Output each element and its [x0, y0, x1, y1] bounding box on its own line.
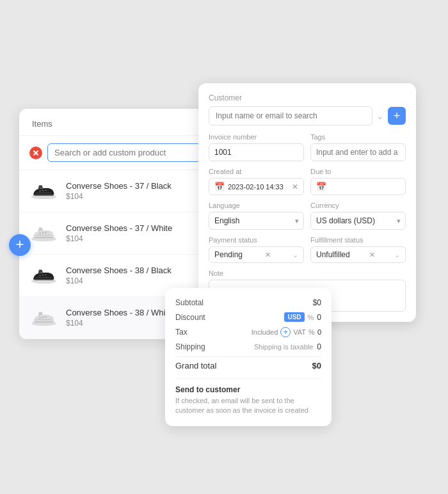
currency-select-wrap: US dollars (USD): [310, 212, 406, 230]
invoice-card: Customer ⌄ + Invoice number Tags Created…: [198, 83, 416, 322]
clear-fulfillment-status-button[interactable]: ✕: [369, 251, 375, 259]
product-image: [29, 303, 58, 332]
subtotal-label: Subtotal: [175, 298, 204, 307]
usd-badge[interactable]: USD: [284, 312, 304, 322]
send-title: Send to customer: [175, 385, 321, 394]
subtotal-row: Subtotal $0: [175, 298, 321, 307]
invoice-number-input[interactable]: [209, 143, 304, 161]
send-desc: If checked, an email will be sent to the…: [175, 396, 321, 416]
shipping-label: Shipping: [175, 342, 205, 351]
add-product-button[interactable]: +: [9, 234, 31, 256]
customer-search-input[interactable]: [209, 106, 372, 125]
svg-point-9: [39, 275, 40, 276]
remove-search-button[interactable]: [29, 147, 42, 159]
shipping-row: Shipping Shipping is taxable 0: [175, 342, 321, 351]
language-field: Language English: [209, 202, 304, 230]
payment-status-chevron: ⌄: [292, 251, 298, 259]
add-customer-button[interactable]: +: [388, 107, 406, 125]
tags-field: Tags: [310, 133, 406, 161]
shipping-value: 0: [317, 342, 321, 351]
discount-row: Discount USD % 0: [175, 312, 321, 322]
due-to-input-wrap[interactable]: 📅: [310, 178, 406, 195]
discount-value: 0: [317, 313, 321, 322]
language-select-wrap: English: [209, 212, 304, 230]
add-tax-button[interactable]: +: [280, 327, 291, 337]
tax-vat-text: VAT: [293, 328, 306, 336]
discount-label: Discount: [175, 313, 205, 322]
note-label: Note: [209, 269, 406, 277]
created-at-label: Created at: [209, 168, 304, 175]
grand-total-value: $0: [312, 361, 321, 371]
svg-point-6: [42, 232, 44, 234]
customer-label: Customer: [209, 93, 406, 102]
product-image: [29, 177, 58, 205]
fulfillment-status-label: Fulfillment status: [310, 236, 406, 244]
dates-row: Created at 📅 ✕ Due to 📅: [209, 168, 406, 195]
plus-icon: +: [16, 237, 24, 251]
due-to-field: Due to 📅: [310, 168, 406, 195]
product-image: [29, 261, 58, 290]
due-to-label: Due to: [310, 168, 406, 175]
fulfillment-status-chevron: ⌄: [394, 251, 400, 259]
payment-status-value: Pending: [214, 250, 243, 259]
currency-label: Currency: [310, 202, 406, 209]
svg-point-5: [39, 232, 40, 234]
payment-status-field: Payment status Pending ✕ ⌄: [209, 236, 304, 263]
svg-point-10: [42, 275, 44, 276]
svg-point-1: [39, 190, 40, 191]
calendar-icon: 📅: [214, 182, 225, 191]
fulfillment-status-field: Fulfillment status Unfulfilled ✕ ⌄: [310, 236, 406, 263]
product-search-input[interactable]: [47, 143, 201, 162]
svg-point-3: [45, 189, 46, 191]
tax-label: Tax: [175, 328, 188, 337]
created-at-input[interactable]: [228, 183, 289, 191]
svg-point-11: [45, 274, 46, 275]
discount-controls: USD % 0: [284, 312, 321, 322]
tax-included-text: Included: [252, 328, 278, 336]
shipping-controls: Shipping is taxable 0: [254, 342, 321, 351]
chevron-icon: ⌄: [376, 111, 384, 121]
totals-card: Subtotal $0 Discount USD % 0 Tax Include…: [165, 288, 332, 426]
tax-pct-text: %: [308, 328, 315, 336]
svg-point-2: [42, 190, 44, 191]
tags-input[interactable]: [310, 143, 406, 161]
currency-select[interactable]: US dollars (USD): [310, 212, 406, 230]
svg-point-15: [45, 316, 46, 317]
customer-row: ⌄ +: [209, 106, 406, 125]
svg-point-7: [45, 232, 46, 233]
payment-status-label: Payment status: [209, 236, 304, 244]
clear-date-button[interactable]: ✕: [292, 182, 298, 191]
grand-total-row: Grand total $0: [175, 356, 321, 371]
status-row: Payment status Pending ✕ ⌄ Fulfillment s…: [209, 236, 406, 263]
language-label: Language: [209, 202, 304, 209]
tax-controls: Included + VAT % 0: [252, 327, 321, 337]
subtotal-value: $0: [313, 298, 321, 307]
tax-row: Tax Included + VAT % 0: [175, 327, 321, 337]
language-currency-row: Language English Currency US dollars (US…: [209, 202, 406, 230]
fulfillment-status-wrap: Unfulfilled ✕ ⌄: [310, 246, 406, 263]
language-select[interactable]: English: [209, 212, 304, 230]
currency-field: Currency US dollars (USD): [310, 202, 406, 230]
clear-payment-status-button[interactable]: ✕: [265, 251, 271, 259]
svg-point-13: [39, 317, 40, 318]
shipping-taxable-text: Shipping is taxable: [254, 343, 313, 351]
svg-point-14: [42, 317, 44, 318]
invoice-number-field: Invoice number: [209, 133, 304, 161]
due-calendar-icon: 📅: [316, 182, 326, 191]
grand-total-label: Grand total: [175, 361, 216, 371]
items-label: Items: [32, 119, 52, 129]
send-section: Send to customer If checked, an email wi…: [175, 378, 321, 416]
tax-value: 0: [317, 328, 321, 336]
pct-badge[interactable]: %: [308, 314, 314, 321]
fulfillment-status-value: Unfulfilled: [316, 250, 350, 259]
invoice-number-label: Invoice number: [209, 133, 304, 141]
product-image: [29, 219, 58, 248]
tags-label: Tags: [310, 133, 406, 141]
payment-status-wrap: Pending ✕ ⌄: [209, 246, 304, 263]
invoice-number-tags-row: Invoice number Tags: [209, 133, 406, 161]
created-at-field: Created at 📅 ✕: [209, 168, 304, 195]
created-at-input-wrap[interactable]: 📅 ✕: [209, 178, 304, 195]
